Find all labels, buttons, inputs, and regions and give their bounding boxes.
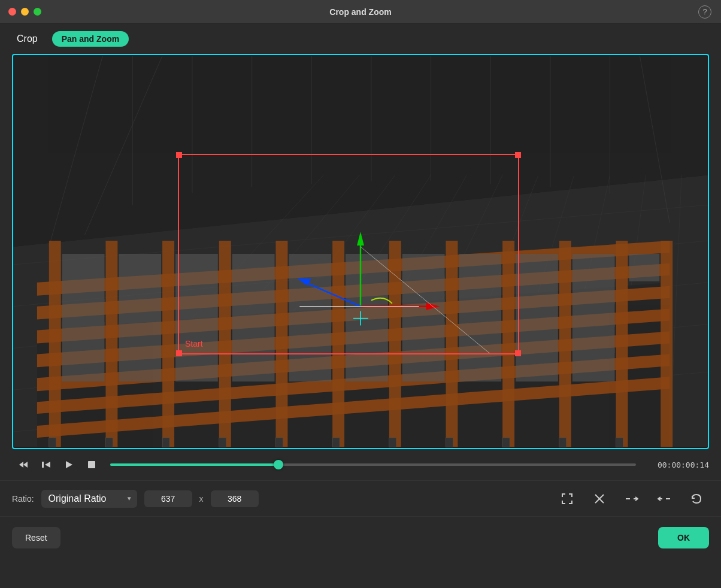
height-input[interactable] [211, 490, 259, 507]
svg-marker-41 [162, 241, 174, 447]
svg-rect-95 [232, 348, 275, 381]
play-button[interactable] [57, 456, 80, 474]
svg-marker-127 [66, 461, 72, 468]
timeline-area[interactable] [110, 463, 636, 466]
svg-marker-123 [19, 462, 23, 468]
svg-rect-112 [49, 438, 56, 447]
timeline-track[interactable] [110, 463, 636, 466]
svg-marker-46 [446, 241, 458, 447]
bottom-bar: Reset OK [0, 516, 721, 558]
svg-rect-92 [62, 348, 105, 381]
svg-marker-50 [661, 241, 672, 447]
svg-rect-113 [105, 438, 113, 447]
svg-marker-126 [45, 462, 50, 468]
dimension-separator: x [199, 494, 204, 504]
fullscreen-button[interactable] [555, 490, 580, 508]
svg-rect-117 [332, 438, 340, 447]
help-button[interactable]: ? [698, 5, 711, 19]
svg-marker-42 [219, 241, 231, 447]
svg-rect-120 [502, 438, 510, 447]
svg-rect-114 [162, 438, 169, 447]
scene-background: Start [13, 55, 708, 448]
svg-rect-94 [175, 348, 218, 381]
traffic-light-green[interactable] [34, 8, 41, 16]
svg-rect-61 [629, 254, 659, 281]
svg-rect-122 [616, 438, 623, 447]
ratio-label: Ratio: [12, 494, 34, 504]
svg-marker-124 [23, 462, 28, 468]
tab-crop[interactable]: Crop [12, 31, 43, 47]
svg-marker-40 [105, 241, 117, 447]
svg-rect-97 [346, 348, 388, 381]
svg-marker-49 [616, 241, 628, 447]
svg-marker-48 [559, 241, 571, 447]
time-display: 00:00:00:14 [643, 460, 709, 469]
svg-rect-115 [219, 438, 226, 447]
svg-rect-96 [289, 348, 331, 381]
svg-rect-128 [88, 461, 95, 468]
svg-rect-119 [446, 438, 453, 447]
tab-bar: Crop Pan and Zoom [0, 24, 721, 54]
ratio-select-wrapper[interactable]: Original Ratio ▼ [41, 490, 137, 508]
window-title: Crop and Zoom [329, 7, 391, 17]
ratio-selected-value: Original Ratio [49, 493, 107, 504]
svg-rect-125 [42, 462, 44, 468]
undo-button[interactable] [684, 490, 709, 508]
close-crop-button[interactable] [587, 490, 612, 508]
svg-rect-118 [389, 438, 396, 447]
traffic-lights [8, 8, 41, 16]
svg-rect-116 [275, 438, 283, 447]
controls-bar: 00:00:00:14 [0, 449, 721, 480]
fit-in-button[interactable] [619, 490, 644, 508]
svg-marker-47 [502, 241, 514, 447]
title-bar: Crop and Zoom ? [0, 0, 721, 24]
chevron-down-icon: ▼ [126, 495, 132, 502]
svg-rect-121 [559, 438, 566, 447]
video-area: preview End Grid Spacing : 100 cm [12, 54, 709, 449]
svg-rect-101 [572, 348, 615, 381]
svg-marker-39 [49, 241, 61, 447]
svg-rect-98 [402, 348, 445, 381]
reset-button[interactable]: Reset [12, 527, 60, 548]
stop-button[interactable] [80, 456, 103, 474]
ratio-bar: Ratio: Original Ratio ▼ x [0, 480, 721, 516]
prev-button[interactable] [12, 456, 35, 474]
fit-out-button[interactable] [652, 490, 677, 508]
traffic-light-red[interactable] [8, 8, 16, 16]
timeline-thumb[interactable] [274, 460, 283, 469]
scene-svg [13, 55, 708, 448]
svg-rect-93 [119, 348, 161, 381]
traffic-light-yellow[interactable] [21, 8, 29, 16]
ok-button[interactable]: OK [658, 527, 709, 548]
svg-marker-43 [275, 241, 287, 447]
svg-rect-100 [516, 348, 558, 381]
width-input[interactable] [144, 490, 192, 507]
step-back-button[interactable] [35, 456, 57, 474]
svg-rect-99 [459, 348, 501, 381]
svg-marker-44 [332, 241, 344, 447]
timeline-fill [110, 463, 278, 466]
tab-pan-zoom[interactable]: Pan and Zoom [52, 31, 129, 47]
